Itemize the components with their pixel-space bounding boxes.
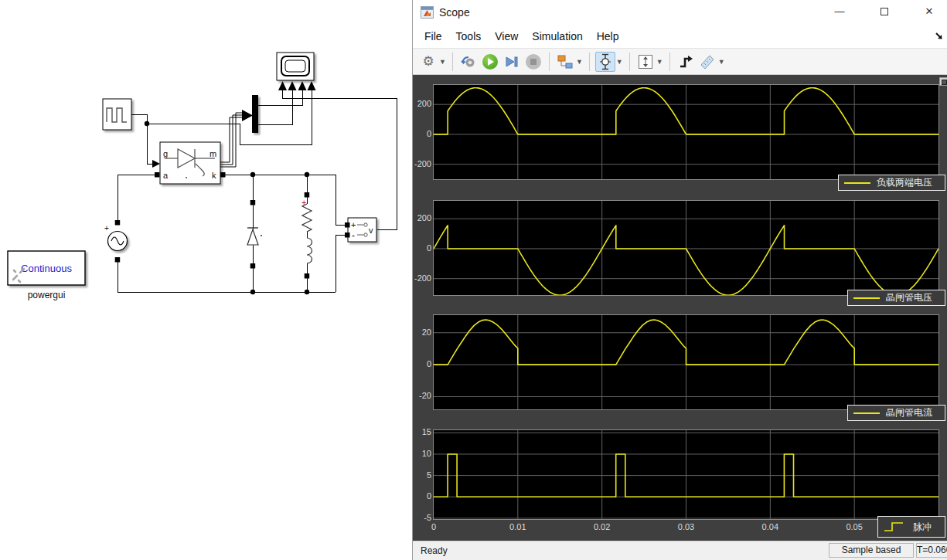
- stop-icon: [526, 54, 541, 70]
- run-icon: [482, 54, 498, 70]
- y-tick-label: 10: [413, 449, 431, 458]
- menu-view[interactable]: View: [488, 27, 525, 46]
- port-label-g: g: [163, 149, 168, 158]
- layout-dropdown-caret[interactable]: ▼: [576, 58, 583, 66]
- legend-label: 负载两端电压: [877, 176, 932, 189]
- span-axes-icon: [637, 53, 654, 70]
- rl-branch-block[interactable]: +: [301, 198, 312, 263]
- powergui-mode-label: Continuous: [21, 263, 72, 274]
- measurements-ruler-icon: [699, 53, 716, 70]
- measurement-bus-wire[interactable]: [220, 113, 242, 167]
- scope-window: Scope — ✕ File Tools View Simulation Hel…: [412, 0, 947, 560]
- cursor-dropdown-caret[interactable]: ▼: [616, 58, 623, 66]
- cursor-measure-button[interactable]: [595, 52, 615, 72]
- span-dropdown-caret[interactable]: ▼: [656, 58, 663, 66]
- gate-input-arrow: [152, 160, 160, 168]
- port-label-a: a: [163, 171, 169, 180]
- inductor-icon: [307, 238, 312, 263]
- voltmeter-out-label: v: [369, 226, 373, 235]
- settings-dropdown-caret[interactable]: ▼: [439, 58, 446, 66]
- menu-file[interactable]: File: [417, 27, 449, 46]
- cursor-measure-icon: [598, 53, 613, 70]
- minimize-button[interactable]: —: [829, 0, 850, 23]
- y-tick-label: 0: [413, 491, 431, 501]
- menu-help[interactable]: Help: [590, 27, 626, 46]
- legend-line-sample: [853, 297, 880, 299]
- voltmeter-plus-label: +: [351, 220, 356, 229]
- settings-gear-button[interactable]: ⚙: [418, 52, 438, 72]
- signal-layout-icon: [557, 54, 574, 70]
- run-button[interactable]: [480, 52, 500, 72]
- diode-block[interactable]: [247, 228, 262, 245]
- toolbar-overflow-arrow-icon[interactable]: [935, 32, 943, 40]
- port-label-k: k: [212, 171, 216, 180]
- expand-axes-icon[interactable]: [939, 77, 947, 86]
- simulink-snapshot-button[interactable]: [458, 52, 479, 72]
- subplot-2-axes[interactable]: [434, 201, 938, 295]
- x-tick-label: 0.04: [753, 522, 787, 531]
- legend-subplot-2[interactable]: 晶闸管电压: [847, 290, 945, 306]
- pulse-generator-block[interactable]: [103, 99, 131, 130]
- y-tick-label: 200: [413, 213, 431, 222]
- scope-plot-canvas[interactable]: 2000-200负载两端电压2000-200晶闸管电压200-20晶闸管电流15…: [413, 75, 947, 541]
- powergui-block[interactable]: Continuous powergui: [8, 251, 85, 300]
- legend-label: 脉冲: [913, 521, 932, 534]
- status-sim-time: T=0.060: [916, 543, 947, 558]
- y-tick-label: -200: [413, 159, 431, 168]
- window-title: Scope: [439, 6, 470, 19]
- legend-subplot-4[interactable]: 脉冲: [877, 516, 945, 538]
- legend-line-sample: [844, 182, 870, 184]
- gear-icon: ⚙: [422, 55, 434, 68]
- span-axes-button[interactable]: [635, 52, 656, 72]
- scope-block[interactable]: [277, 53, 316, 90]
- voltage-measurement-block[interactable]: + - v: [348, 218, 376, 242]
- step-forward-icon: [504, 54, 519, 70]
- trigger-icon: [678, 54, 693, 70]
- y-tick-label: 0: [413, 243, 431, 253]
- y-tick-label: -20: [413, 391, 431, 400]
- subplot-4-axes[interactable]: [434, 430, 938, 519]
- voltmeter-minus-label: -: [352, 230, 355, 241]
- status-sample-mode: Sample based: [829, 543, 914, 558]
- status-text: Ready: [421, 545, 448, 556]
- y-tick-label: 200: [413, 99, 431, 108]
- subplot-1-axes[interactable]: [434, 85, 938, 179]
- y-tick-label: 5: [413, 470, 431, 480]
- simulink-model-canvas[interactable]: g a m k + +: [0, 0, 412, 560]
- legend-subplot-1[interactable]: 负载两端电压: [838, 175, 945, 191]
- x-tick-label: 0: [417, 522, 451, 531]
- scope-input-ports: [278, 81, 316, 90]
- y-tick-label: 0: [413, 129, 431, 138]
- close-button[interactable]: ✕: [918, 0, 940, 23]
- demux-block[interactable]: [242, 95, 258, 133]
- signal-layout-button[interactable]: [555, 52, 575, 72]
- menu-simulation[interactable]: Simulation: [525, 27, 589, 46]
- legend-line-sample: [853, 412, 880, 414]
- x-tick-label: 0.01: [501, 522, 535, 531]
- x-tick-label: 0.02: [585, 522, 619, 531]
- simulink-snapshot-icon: [461, 54, 476, 70]
- y-tick-label: 20: [413, 328, 431, 337]
- measurements-ruler-button[interactable]: [697, 52, 717, 72]
- ruler-dropdown-caret[interactable]: ▼: [718, 58, 725, 66]
- maximize-button[interactable]: [874, 0, 895, 23]
- title-bar[interactable]: Scope — ✕: [413, 0, 947, 25]
- legend-label: 晶闸管电流: [886, 406, 932, 419]
- menu-bar: File Tools View Simulation Help: [413, 25, 947, 48]
- menu-tools[interactable]: Tools: [449, 27, 489, 46]
- toolbar: ⚙ ▼: [413, 48, 947, 75]
- stop-button[interactable]: [523, 52, 543, 72]
- y-tick-label: -5: [413, 513, 431, 522]
- y-tick-label: 15: [413, 427, 431, 436]
- trigger-button[interactable]: [676, 52, 696, 72]
- legend-step-sample: [884, 523, 903, 531]
- ac-voltage-source-block[interactable]: +: [104, 224, 128, 251]
- demux-input-arrow: [242, 110, 253, 121]
- legend-subplot-3[interactable]: 晶闸管电流: [847, 405, 945, 421]
- subplot-3-axes[interactable]: [434, 315, 938, 409]
- x-tick-label: 0.03: [669, 522, 703, 531]
- thyristor-block[interactable]: g a m k: [152, 142, 220, 184]
- y-tick-label: 0: [413, 359, 431, 368]
- step-forward-button[interactable]: [502, 52, 522, 72]
- electrical-ports: [115, 172, 350, 279]
